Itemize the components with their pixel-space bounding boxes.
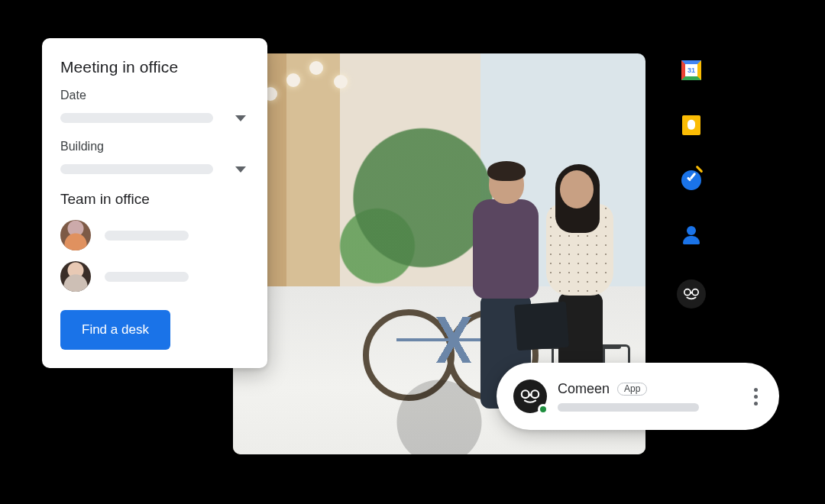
team-heading: Team in office	[60, 191, 249, 208]
contacts-icon[interactable]	[681, 225, 702, 246]
team-name-placeholder	[105, 231, 189, 241]
meeting-card: Meeting in office Date Building Team in …	[42, 38, 267, 368]
building-label: Building	[60, 140, 249, 153]
chevron-down-icon	[235, 115, 246, 121]
calendar-icon[interactable]: 31	[681, 60, 702, 81]
building-value-placeholder	[60, 164, 213, 174]
chevron-down-icon	[235, 166, 246, 173]
team-row	[60, 261, 249, 292]
more-options-button[interactable]	[749, 383, 762, 410]
svg-point-0	[522, 390, 529, 398]
date-dropdown[interactable]	[60, 113, 249, 123]
building-dropdown[interactable]	[60, 164, 249, 174]
comeen-icon[interactable]	[677, 279, 706, 309]
calendar-day-number: 31	[685, 64, 697, 76]
chat-preview-placeholder	[558, 403, 699, 412]
svg-point-2	[684, 289, 691, 296]
team-name-placeholder	[105, 272, 189, 282]
side-panel-rail: 31	[675, 60, 707, 309]
pendant-lights	[264, 61, 416, 107]
avatar[interactable]	[60, 261, 91, 292]
date-label: Date	[60, 89, 249, 102]
chat-app-pill[interactable]: Comeen App	[497, 363, 779, 430]
avatar[interactable]	[60, 220, 91, 250]
tasks-icon[interactable]	[681, 170, 702, 191]
app-badge: App	[617, 383, 647, 396]
card-title: Meeting in office	[60, 58, 249, 76]
keep-icon[interactable]	[681, 115, 702, 136]
team-row	[60, 220, 249, 250]
svg-point-3	[692, 289, 698, 296]
chat-app-name: Comeen	[558, 381, 610, 397]
find-desk-button[interactable]: Find a desk	[60, 310, 170, 350]
cafe-table	[522, 309, 636, 370]
date-value-placeholder	[60, 113, 213, 123]
comeen-logo-icon	[513, 380, 547, 413]
presence-indicator	[538, 404, 548, 415]
svg-point-1	[531, 390, 539, 398]
